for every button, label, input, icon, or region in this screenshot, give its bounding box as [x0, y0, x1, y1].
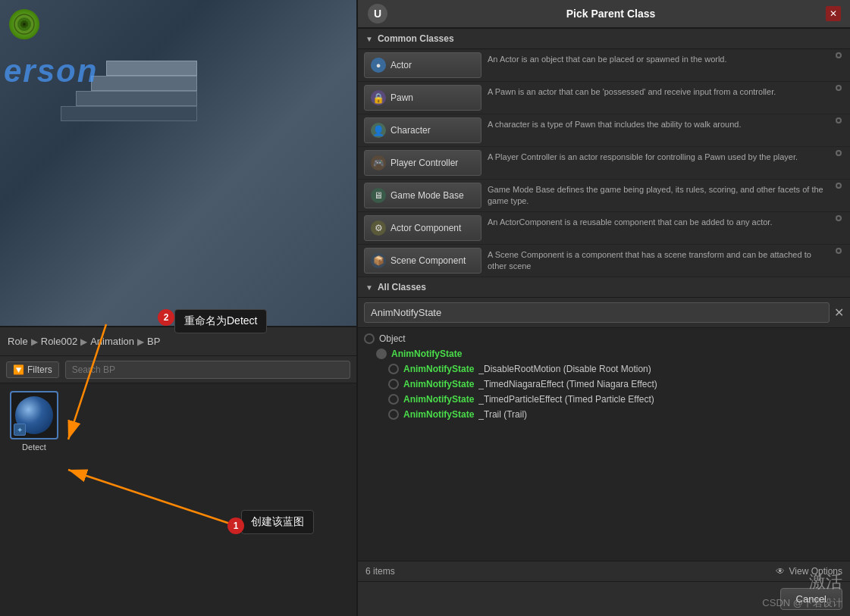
class-item-character[interactable]: 👤 Character A character is a type of Paw…: [358, 114, 850, 147]
dialog-bottom-bar: 6 items 👁 View Options: [358, 561, 850, 581]
class-item-scene-component[interactable]: 📦 Scene Component A Scene Component is a…: [358, 245, 850, 277]
timedniagaraeffect-label-green: AnimNotifyState: [403, 379, 474, 389]
annotation-1-num: 1: [234, 521, 239, 531]
annotation-circle-1: 1: [227, 518, 244, 534]
tree-item-timedniagaraeffect[interactable]: AnimNotifyState_TimedNiagaraEffect (Time…: [358, 377, 850, 392]
filter-icon: 🔽: [13, 364, 24, 375]
disablerootmotion-label-rest: _DisableRootMotion (Disable Root Motion): [478, 364, 651, 374]
watermark-jiuhuo: 激活: [809, 571, 842, 593]
breadcrumb-sep-1: ▶: [31, 336, 38, 347]
common-classes-header: ▼ Common Classes: [358, 29, 850, 49]
class-item-actor-component[interactable]: ⚙ Actor Component An ActorComponent is a…: [358, 212, 850, 245]
tree-item-trail[interactable]: AnimNotifyState_Trail (Trail): [358, 407, 850, 422]
breadcrumb-bp: BP: [147, 336, 160, 347]
actor-component-button[interactable]: ⚙ Actor Component: [364, 215, 481, 241]
actor-button[interactable]: ● Actor: [364, 52, 481, 78]
filter-bar: 🔽 Filters: [0, 356, 356, 383]
actor-icon: ●: [371, 58, 386, 73]
all-classes-label: All Classes: [378, 282, 426, 292]
actor-side-dot: [836, 52, 842, 58]
actor-side-indicator: [833, 52, 844, 58]
scene-component-label: Scene Component: [390, 255, 466, 266]
item-count: 6 items: [365, 566, 395, 577]
character-label: Character: [390, 125, 431, 136]
all-classes-section: ▼ All Classes ✕ Object AnimNotifyState A…: [358, 277, 850, 581]
ue-viewport: erson: [0, 0, 356, 326]
timedniagaraeffect-circle: [388, 379, 399, 389]
ue-logo: [9, 9, 39, 39]
player-controller-icon: 🎮: [371, 155, 386, 170]
breadcrumb-role002: Role002: [41, 336, 77, 347]
asset-thumbnail: ✦: [10, 391, 58, 439]
game-mode-base-label: Game Mode Base: [390, 190, 464, 201]
game-mode-base-desc: Game Mode Base defines the game being pl…: [488, 183, 827, 208]
breadcrumb-animation: Animation: [90, 336, 134, 347]
breadcrumb-role: Role: [8, 336, 28, 347]
trail-label-green: AnimNotifyState: [403, 409, 474, 420]
dialog-close-button[interactable]: ✕: [826, 6, 841, 21]
pawn-side-indicator: [833, 85, 844, 91]
section-arrow-common: ▼: [365, 35, 373, 43]
trail-label-rest: _Trail (Trail): [478, 409, 527, 420]
unreal-logo: U: [367, 3, 388, 24]
tree-item-timedparticleeffect[interactable]: AnimNotifyState_TimedParticleEffect (Tim…: [358, 392, 850, 407]
game-mode-base-icon: 🖥: [371, 188, 386, 203]
character-button[interactable]: 👤 Character: [364, 117, 481, 143]
timedparticleeffect-label-rest: _TimedParticleEffect (Timed Particle Eff…: [478, 394, 654, 405]
pawn-side-dot: [836, 85, 842, 91]
class-item-actor[interactable]: ● Actor An Actor is an object that can b…: [358, 49, 850, 82]
asset-item-detect[interactable]: ✦ Detect: [8, 391, 61, 452]
game-mode-base-side-dot: [836, 183, 842, 189]
scene-component-desc: A Scene Component is a component that ha…: [488, 248, 827, 273]
ue-background: erson Role ▶ Role002 ▶ Animation ▶ BP 🔽 …: [0, 0, 356, 616]
actor-desc: An Actor is an object that can be placed…: [488, 52, 827, 65]
asset-star-icon: ✦: [14, 424, 26, 436]
annotation-bubble-1: 创建该蓝图: [241, 510, 314, 534]
pawn-label: Pawn: [390, 92, 413, 103]
filters-button[interactable]: 🔽 Filters: [6, 361, 59, 378]
scene-component-button[interactable]: 📦 Scene Component: [364, 248, 481, 274]
disablerootmotion-label-green: AnimNotifyState: [403, 364, 474, 374]
actor-component-side-indicator: [833, 215, 844, 221]
scene-component-side-indicator: [833, 248, 844, 254]
player-controller-button[interactable]: 🎮 Player Controller: [364, 150, 481, 176]
search-clear-button[interactable]: ✕: [834, 305, 844, 320]
timedniagaraeffect-label-rest: _TimedNiagaraEffect (Timed Niagara Effec…: [478, 379, 657, 389]
annotation-2-text: 重命名为Detect: [184, 314, 257, 327]
player-controller-side-indicator: [833, 150, 844, 156]
class-search-input[interactable]: [364, 302, 830, 323]
class-item-player-controller[interactable]: 🎮 Player Controller A Player Controller …: [358, 147, 850, 180]
scene-component-side-dot: [836, 248, 842, 254]
tree-item-disablerootmotion[interactable]: AnimNotifyState_DisableRootMotion (Disab…: [358, 361, 850, 377]
annotation-2-num: 2: [164, 312, 169, 323]
section-arrow-all: ▼: [365, 283, 373, 292]
tree-item-animnotifystate[interactable]: AnimNotifyState: [358, 346, 850, 361]
class-item-game-mode-base[interactable]: 🖥 Game Mode Base Game Mode Base defines …: [358, 180, 850, 212]
watermark-csdn: CSDN @下若设计: [762, 596, 842, 610]
breadcrumb-sep-3: ▶: [137, 336, 144, 347]
bottom-panel: Role ▶ Role002 ▶ Animation ▶ BP 🔽 Filter…: [0, 326, 356, 616]
content-area: ✦ Detect: [0, 383, 356, 616]
search-input[interactable]: [65, 361, 350, 379]
animnotifystate-label: AnimNotifyState: [391, 349, 462, 359]
class-tree: Object AnimNotifyState AnimNotifyState_D…: [358, 328, 850, 561]
actor-component-icon: ⚙: [371, 220, 386, 236]
pawn-button[interactable]: 🔒 Pawn: [364, 85, 481, 111]
svg-point-3: [23, 23, 26, 26]
character-side-dot: [836, 117, 842, 124]
actor-component-label: Actor Component: [390, 223, 461, 233]
annotation-1-text: 创建该蓝图: [251, 515, 304, 527]
game-mode-base-side-indicator: [833, 183, 844, 189]
character-icon: 👤: [371, 123, 386, 138]
actor-component-side-dot: [836, 215, 842, 221]
class-search-bar: ✕: [358, 298, 850, 328]
dialog-titlebar: U Pick Parent Class ✕: [358, 0, 850, 29]
player-controller-label: Player Controller: [390, 158, 458, 168]
annotation-bubble-2: 重命名为Detect: [174, 309, 267, 333]
class-item-pawn[interactable]: 🔒 Pawn A Pawn is an actor that can be 'p…: [358, 82, 850, 114]
asset-label: Detect: [22, 442, 46, 452]
object-label: Object: [379, 333, 406, 344]
game-mode-base-button[interactable]: 🖥 Game Mode Base: [364, 183, 481, 208]
tree-item-object[interactable]: Object: [358, 331, 850, 346]
player-controller-side-dot: [836, 150, 842, 156]
